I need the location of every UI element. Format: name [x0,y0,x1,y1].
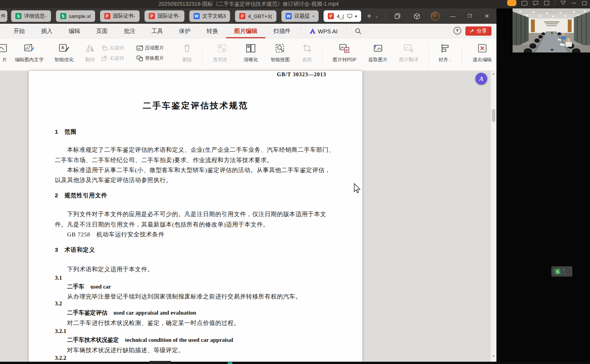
delete-button[interactable]: 删除 [176,43,198,63]
drag-handle-icon[interactable] [553,270,554,274]
close-button[interactable]: ✕ [481,8,493,24]
toolbar-divider [202,44,202,67]
crop-button[interactable]: 裁剪 [296,43,318,63]
search-icon [355,28,362,34]
menu-pizhu[interactable]: 批注 [116,24,143,38]
tab-guojizhengshu-2[interactable]: P 国际证书- [145,10,184,22]
taskbar-app-icon [228,362,232,364]
compress-image-button[interactable]: 压缩图片 [136,45,176,51]
sharpen-button[interactable]: 清晰化 [237,43,264,63]
wps-ai-floating-button[interactable]: A [475,73,487,85]
term-line: 二手车鉴定评估used car appraisal and evaluation [67,309,196,316]
svg-text:A: A [61,46,64,50]
menu-divider [346,28,347,34]
smart-optimize-icon: A [59,43,69,53]
upload-button[interactable] [453,26,462,35]
chevron-down-icon: ⌄ [228,59,231,62]
tab-label: 国际证书- [158,13,180,20]
extract-image-icon [373,43,383,53]
replace-image-button[interactable]: 替换图片 [136,55,176,62]
player-save-icon[interactable] [521,0,528,6]
workspace-cube-icon[interactable] [411,8,422,24]
align-button[interactable]: 对齐⌄ [433,43,457,63]
scroll-down-arrow-icon[interactable]: ▼ [491,354,496,358]
menu-saomiaojian[interactable]: 扫描件 [265,24,299,38]
screen-capture-widget[interactable]: S ▭⌐¬ [551,266,572,277]
tab-wenzi-wengao3[interactable]: W 文字文稿3 [189,10,230,22]
menu-yemian[interactable]: 页面 [88,24,116,38]
menu-tupianbianji-active[interactable]: 图片编辑 [226,24,265,38]
tab-guojizhengshu-1[interactable]: P 国际证书- [100,10,140,22]
rotate-group: 左旋转 右旋转 [101,43,136,62]
player-restore-icon[interactable] [582,0,588,6]
flip-button[interactable]: 翻转 [79,43,101,63]
section-2-heading: 2 规范性引用文件 [55,192,107,199]
wps-spreadsheet-mini-icon: S [554,268,561,275]
extract-image-button[interactable]: 提取图片 [363,43,393,63]
player-pin-icon[interactable] [560,0,566,6]
image-to-pdf-button[interactable]: P 图片转PDF [327,43,363,63]
menu-gongju[interactable]: 工具 [143,24,171,38]
tab-clipped[interactable]: 件 [0,10,7,22]
exit-edit-button[interactable]: 退出编辑 [466,43,498,63]
player-logo-icon[interactable] [507,0,516,6]
rotate-left-button[interactable]: 左旋转 [101,45,136,51]
smart-cutout-button[interactable]: 智能抠图 [264,43,296,63]
minimize-button[interactable]: — [447,8,459,24]
body-line: 对二手车进行技术状况检测、鉴定，确定某一时点价值的过程。 [67,319,240,327]
tab-xiangxixinxi[interactable]: S 详细信息- [11,10,51,22]
vertical-scrollbar[interactable]: ▲ ▼ [490,71,496,362]
menu-baohu[interactable]: 保护 [171,24,199,38]
upload-icon [453,26,462,35]
search-button[interactable] [349,24,368,38]
transparency-button[interactable]: 透明度⌄ [207,43,237,63]
pdf-page: GB/T 30323—2013 二手车鉴定评估技术规范 1 范围 本标准规定了二… [29,71,362,362]
edit-text-in-image-button[interactable]: 编辑图内文字 [9,43,49,63]
share-button[interactable]: 分享 [465,26,491,36]
unsaved-dot [355,15,357,17]
tab-4-gbt[interactable]: P 4_GBT+3( [235,10,276,22]
menu-bianji[interactable]: 编辑 [61,24,88,38]
video-side-panel: S ▭⌐¬ [496,8,590,364]
scroll-up-arrow-icon[interactable]: ▲ [491,72,496,75]
tab-list-chevron-icon[interactable]: ⌄ [375,14,378,19]
clipped-toolbar-button[interactable]: 片 [0,43,9,63]
tab-yititi[interactable]: W 议题提 [281,10,319,22]
tab-active-document[interactable]: P 4_( [324,10,361,22]
screen-share-icon [347,14,352,18]
term-number: 3.2.1 [55,328,66,334]
scrollbar-thumb[interactable] [492,109,495,122]
tab-sample[interactable]: S sample.xl [56,10,95,22]
term-number: 3.2.2 [55,355,66,361]
menu-bar: 开始 插入 编辑 页面 批注 工具 保护 转换 图片编辑 扫描件 WPS AI [0,24,497,38]
restore-button[interactable]: ❐ [464,8,475,24]
rotate-right-button[interactable]: 右旋转 [101,55,136,62]
tab-label: 文字文稿3 [202,13,226,20]
share-icon [470,29,475,33]
menu-kaishi[interactable]: 开始 [5,24,33,38]
menu-zhuanhuan[interactable]: 转换 [199,24,226,38]
stack-windows-icon[interactable] [392,8,403,24]
tab-label: 4_( [337,13,344,19]
body-line: 从办理完毕注册登记手续到达到国家强制报废标准之前进行交易并转移所有权的汽车。 [67,293,302,301]
smart-optimize-button[interactable]: A 智能优化 [49,43,79,63]
menu-charu[interactable]: 插入 [33,24,61,38]
body-line: 下列术语和定义适用于本文件。 [67,266,153,274]
writer-icon: W [194,13,200,19]
new-tab-button[interactable]: + [367,10,371,22]
player-minimize-icon[interactable] [571,0,577,6]
term-number: 3.1 [55,275,62,281]
player-window-icon[interactable] [544,0,550,6]
trash-icon [182,43,192,53]
player-comment-icon[interactable] [532,0,539,6]
menu-wps-ai[interactable]: WPS AI [304,24,344,38]
body-line: 对车辆技术状况进行缺陷描述、等级评定。 [67,346,184,354]
image-translate-button[interactable]: 译 图片翻译 [393,43,424,63]
spreadsheet-icon: S [60,13,66,19]
body-line: 本标准规定了二手车鉴定评估的术语和定义、企业(生产企业二手车业务、汽车经销商二手… [67,146,335,154]
writer-icon: W [286,13,292,19]
user-avatar[interactable] [429,8,441,24]
tabbar-divider [386,13,386,20]
body-line: 二手车市场、二手车经纪公司、二手车拍卖)要求、作业流程和方法等技术要求。 [55,156,273,164]
meeting-room-video[interactable] [513,8,590,52]
